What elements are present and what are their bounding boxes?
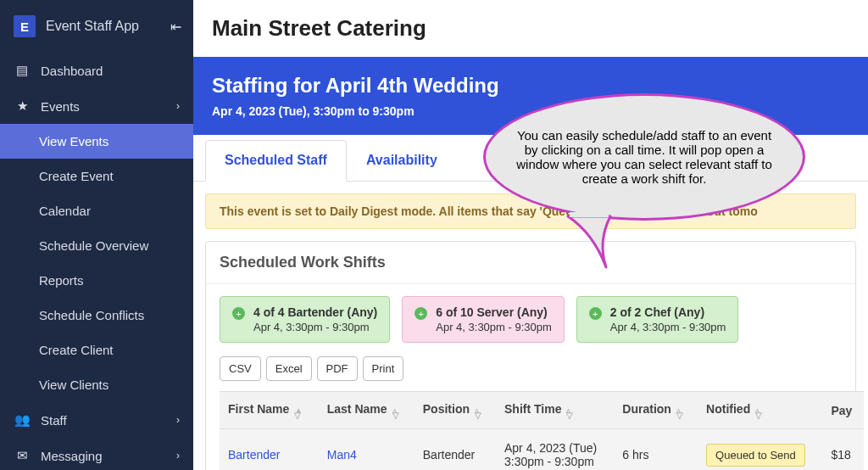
shift-card-title: 2 of 2 Chef (Any)	[610, 305, 726, 319]
shift-card-time: Apr 4, 3:30pm - 9:30pm	[253, 321, 377, 333]
plus-icon: +	[589, 307, 602, 320]
export-csv-button[interactable]: CSV	[220, 356, 261, 381]
sidebar-item-label: Events	[41, 99, 80, 114]
collapse-sidebar-icon[interactable]: ⇤	[170, 19, 181, 35]
shift-card-server[interactable]: + 6 of 10 Server (Any) Apr 4, 3:30pm - 9…	[402, 296, 565, 343]
users-icon: 👥	[14, 412, 31, 428]
tab-availability[interactable]: Availability	[347, 140, 457, 181]
col-duration[interactable]: Duration▵▽	[614, 392, 698, 429]
print-button[interactable]: Print	[363, 356, 404, 381]
shift-card-time: Apr 4, 3:30pm - 9:30pm	[436, 321, 552, 333]
sidebar-item-create-client[interactable]: Create Client	[0, 333, 193, 367]
envelope-icon: ✉	[14, 448, 31, 463]
sidebar-item-label: Dashboard	[41, 64, 103, 78]
sidebar-item-view-clients[interactable]: View Clients	[0, 367, 193, 402]
plus-icon: +	[415, 307, 427, 320]
star-icon: ★	[14, 98, 31, 114]
sort-icon: ▵▽	[755, 408, 762, 418]
brand-name: Event Staff App	[46, 19, 139, 34]
sidebar-item-reports[interactable]: Reports	[0, 263, 193, 298]
shift-card-bartender[interactable]: + 4 of 4 Bartender (Any) Apr 4, 3:30pm -…	[220, 296, 390, 343]
notified-badge: Queued to Send	[706, 444, 805, 467]
col-notified[interactable]: Notified▵▽	[698, 392, 822, 429]
sidebar-item-create-event[interactable]: Create Event	[0, 159, 193, 193]
sidebar-item-events[interactable]: ★ Events ›	[0, 88, 193, 124]
plus-icon: +	[232, 307, 245, 320]
cell-shift-time: Apr 4, 2023 (Tue) 3:30pm - 9:30pm	[496, 429, 614, 471]
event-datetime: Apr 4, 2023 (Tue), 3:30pm to 9:30pm	[212, 104, 849, 118]
shift-cards-row: + 4 of 4 Bartender (Any) Apr 4, 3:30pm -…	[220, 296, 842, 343]
col-first-name[interactable]: First Name▲▽	[220, 392, 319, 429]
event-title: Staffing for April 4th Wedding	[212, 74, 849, 98]
shift-card-chef[interactable]: + 2 of 2 Chef (Any) Apr 4, 3:30pm - 9:30…	[576, 296, 739, 343]
export-buttons: CSV Excel PDF Print	[220, 356, 842, 381]
sidebar-item-label: View Clients	[39, 378, 108, 392]
staff-table: First Name▲▽ Last Name▵▽ Position▵▽ Shif…	[220, 391, 864, 470]
staff-first-name-link[interactable]: Bartender	[228, 448, 280, 462]
cell-position: Bartender	[415, 429, 496, 471]
table-header-row: First Name▲▽ Last Name▵▽ Position▵▽ Shif…	[220, 392, 864, 429]
sidebar-item-label: Calendar	[39, 204, 91, 218]
col-last-name[interactable]: Last Name▵▽	[319, 392, 415, 429]
shift-card-title: 4 of 4 Bartender (Any)	[253, 305, 377, 319]
sort-icon: ▵▽	[676, 408, 683, 418]
event-header: Staffing for April 4th Wedding Apr 4, 20…	[193, 57, 868, 135]
sidebar-item-label: Staff	[41, 413, 67, 428]
chevron-right-icon: ›	[176, 100, 180, 112]
col-shift-time[interactable]: Shift Time▵▽	[496, 392, 614, 429]
shift-card-time: Apr 4, 3:30pm - 9:30pm	[610, 321, 726, 333]
sidebar-item-label: Create Client	[39, 343, 114, 357]
sidebar-item-label: View Events	[39, 134, 108, 148]
panel-title: Scheduled Work Shifts	[206, 242, 855, 284]
sidebar-item-calendar[interactable]: Calendar	[0, 193, 193, 228]
sidebar-item-staff[interactable]: 👥 Staff ›	[0, 402, 193, 438]
table-row: Bartender Man4 Bartender Apr 4, 2023 (Tu…	[220, 429, 864, 471]
chevron-right-icon: ›	[176, 450, 180, 462]
sort-icon: ▵▽	[392, 408, 399, 418]
sidebar-item-label: Schedule Overview	[39, 238, 148, 253]
col-pay[interactable]: Pay	[823, 392, 865, 429]
brand-logo: E	[14, 15, 36, 37]
dashboard-icon: ▤	[14, 63, 31, 78]
sort-icon: ▲▽	[294, 408, 303, 418]
sort-icon: ▵▽	[475, 408, 481, 418]
sidebar-item-messaging[interactable]: ✉ Messaging ›	[0, 438, 193, 470]
export-pdf-button[interactable]: PDF	[317, 356, 358, 381]
sidebar: E Event Staff App ⇤ ▤ Dashboard ★ Events…	[0, 0, 193, 470]
staff-last-name-link[interactable]: Man4	[327, 448, 357, 462]
org-title: Main Street Catering	[193, 0, 868, 57]
sidebar-item-label: Reports	[39, 273, 84, 288]
sidebar-item-label: Schedule Conflicts	[39, 308, 144, 322]
sidebar-item-schedule-conflicts[interactable]: Schedule Conflicts	[0, 298, 193, 333]
cell-pay: $18	[823, 429, 865, 471]
tab-scheduled-staff[interactable]: Scheduled Staff	[205, 140, 347, 182]
sidebar-item-schedule-overview[interactable]: Schedule Overview	[0, 228, 193, 263]
brand-row: E Event Staff App ⇤	[0, 0, 193, 53]
sidebar-item-label: Messaging	[41, 449, 103, 463]
sidebar-item-dashboard[interactable]: ▤ Dashboard	[0, 53, 193, 88]
sidebar-item-view-events[interactable]: View Events	[0, 124, 193, 159]
cell-duration: 6 hrs	[614, 429, 698, 471]
daily-digest-alert: This event is set to Daily Digest mode. …	[205, 193, 856, 229]
col-position[interactable]: Position▵▽	[415, 392, 496, 429]
shift-card-title: 6 of 10 Server (Any)	[436, 305, 552, 319]
chevron-right-icon: ›	[176, 414, 180, 426]
export-excel-button[interactable]: Excel	[266, 356, 312, 381]
tab-row: Scheduled Staff Availability	[193, 135, 868, 182]
scheduled-shifts-panel: Scheduled Work Shifts + 4 of 4 Bartender…	[205, 241, 856, 470]
sort-icon: ▵▽	[566, 408, 573, 418]
main-content: Main Street Catering Staffing for April …	[193, 0, 868, 470]
sidebar-item-label: Create Event	[39, 169, 114, 183]
